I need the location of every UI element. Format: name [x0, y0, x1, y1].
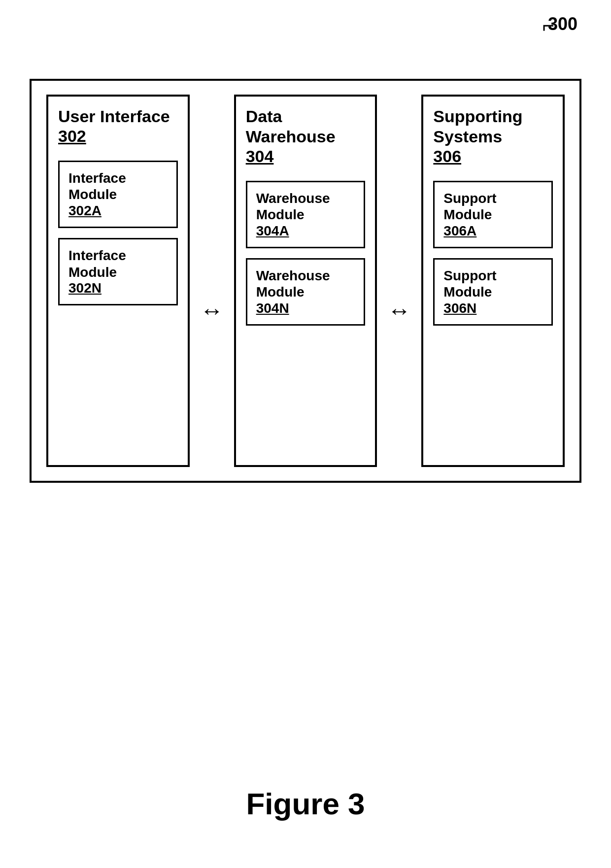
- support-module-a-title: SupportModule: [443, 190, 543, 223]
- interface-module-a-box: InterfaceModule 302A: [58, 161, 178, 228]
- support-module-a-box: SupportModule 306A: [433, 181, 553, 248]
- warehouse-module-n-number: 304N: [256, 300, 355, 316]
- user-interface-column: User Interface 302 InterfaceModule 302A …: [41, 95, 195, 467]
- support-module-n-title: SupportModule: [443, 267, 543, 300]
- warehouse-module-n-box: WarehouseModule 304N: [246, 258, 366, 326]
- interface-module-n-box: InterfaceModule 302N: [58, 238, 178, 305]
- support-module-n-box: SupportModule 306N: [433, 258, 553, 326]
- data-warehouse-number: 304: [246, 147, 366, 166]
- interface-module-a-number: 302A: [68, 203, 168, 219]
- interface-module-a-title: InterfaceModule: [68, 170, 168, 203]
- warehouse-module-a-box: WarehouseModule 304A: [246, 181, 366, 248]
- diagram-number: 300: [548, 14, 577, 34]
- warehouse-module-a-number: 304A: [256, 223, 355, 239]
- data-warehouse-box: DataWarehouse 304 WarehouseModule 304A W…: [234, 95, 377, 467]
- supporting-systems-column: SupportingSystems 306 SupportModule 306A…: [416, 95, 570, 467]
- supporting-systems-box: SupportingSystems 306 SupportModule 306A…: [421, 95, 565, 467]
- user-interface-number: 302: [58, 127, 178, 146]
- supporting-systems-title: SupportingSystems: [433, 106, 553, 147]
- warehouse-module-n-title: WarehouseModule: [256, 267, 355, 300]
- support-module-n-number: 306N: [443, 300, 543, 316]
- interface-module-n-number: 302N: [68, 280, 168, 296]
- user-interface-box: User Interface 302 InterfaceModule 302A …: [46, 95, 190, 467]
- supporting-systems-number: 306: [433, 147, 553, 166]
- right-arrow: ↔: [382, 297, 416, 324]
- interface-module-n-title: InterfaceModule: [68, 247, 168, 280]
- data-warehouse-column: DataWarehouse 304 WarehouseModule 304A W…: [229, 95, 382, 467]
- figure-caption: Figure 3: [0, 786, 611, 821]
- outer-container: User Interface 302 InterfaceModule 302A …: [30, 79, 581, 483]
- warehouse-module-a-title: WarehouseModule: [256, 190, 355, 223]
- support-module-a-number: 306A: [443, 223, 543, 239]
- data-warehouse-title: DataWarehouse: [246, 106, 366, 147]
- left-arrow: ↔: [195, 297, 229, 324]
- user-interface-title: User Interface: [58, 106, 178, 127]
